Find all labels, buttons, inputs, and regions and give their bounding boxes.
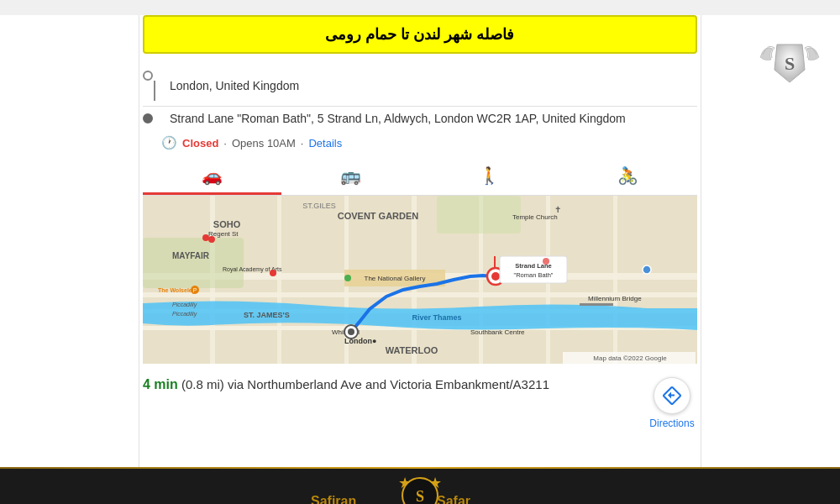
footer-safar: Safar	[437, 494, 470, 504]
svg-rect-15	[437, 196, 521, 234]
closed-label: Closed	[182, 137, 218, 150]
footer-safiran: Safiran	[311, 494, 356, 504]
main-container: S فاصله شهر لندن تا حمام رومی London, Un…	[0, 15, 840, 504]
svg-point-40	[348, 328, 354, 335]
svg-text:SOHO: SOHO	[213, 219, 241, 229]
svg-point-43	[491, 272, 500, 281]
dotted-connector2	[154, 91, 155, 101]
location-area: London, United Kingdom Strand Lane "Roma…	[143, 66, 697, 130]
svg-text:The Wolseley: The Wolseley	[158, 287, 196, 294]
svg-text:London●: London●	[344, 337, 376, 345]
directions-button[interactable]: Directions	[647, 377, 697, 429]
tab-transit[interactable]: 🚌	[281, 159, 420, 195]
origin-text: London, United Kingdom	[170, 79, 697, 92]
route-info: 4 min (0.8 mi) via Northumberland Ave an…	[143, 377, 549, 392]
route-description: (0.8 mi) via Northumberland Ave and Vict…	[178, 377, 549, 391]
tab-bike[interactable]: 🚴	[559, 159, 697, 195]
svg-text:MAYFAIR: MAYFAIR	[172, 251, 210, 260]
destination-dot	[143, 113, 153, 123]
svg-text:Piccadilly: Piccadilly	[172, 302, 197, 308]
svg-text:P: P	[193, 287, 197, 293]
svg-text:WATERLOO: WATERLOO	[386, 345, 438, 355]
svg-text:Temple Church: Temple Church	[512, 213, 558, 221]
side-line-right	[701, 15, 701, 467]
footer-bar: ★ ★ ★ Safiran S Safar	[0, 467, 840, 504]
transport-tabs: 🚗 🚌 🚶 🚴	[143, 159, 697, 196]
origin-row: London, United Kingdom	[143, 66, 697, 107]
svg-point-50	[543, 258, 549, 265]
status-row: 🕐 Closed · Opens 10AM · Details	[161, 135, 697, 150]
footer-border	[0, 467, 840, 469]
svg-text:The National Gallery: The National Gallery	[365, 275, 426, 282]
svg-rect-38	[580, 303, 613, 306]
tab-walk[interactable]: 🚶	[420, 159, 559, 195]
svg-text:River Thames: River Thames	[412, 313, 461, 322]
map-svg: River Thames SOHO COVENT GARDEN ST.GILES…	[143, 196, 697, 364]
brand-logo: S	[756, 28, 823, 95]
svg-text:COVENT GARDEN: COVENT GARDEN	[338, 211, 419, 221]
svg-text:Piccadilly: Piccadilly	[172, 311, 197, 318]
map-area: River Thames SOHO COVENT GARDEN ST.GILES…	[143, 196, 697, 364]
directions-btn-icon	[654, 377, 690, 414]
dotted-connector	[154, 81, 155, 91]
directions-row: 4 min (0.8 mi) via Northumberland Ave an…	[143, 377, 697, 429]
opens-text: Opens 10AM	[232, 137, 296, 150]
side-line-left	[139, 15, 139, 467]
details-link[interactable]: Details	[308, 137, 342, 150]
destination-row: Strand Lane "Roman Bath", 5 Strand Ln, A…	[143, 107, 697, 130]
sep2: ·	[301, 137, 304, 150]
svg-text:ST.GILES: ST.GILES	[302, 202, 336, 210]
svg-point-49	[270, 270, 276, 276]
svg-rect-14	[143, 238, 244, 288]
svg-text:Southbank Centre: Southbank Centre	[470, 328, 525, 336]
travel-time: 4 min	[143, 377, 178, 391]
banner-text: فاصله شهر لندن تا حمام رومی	[325, 26, 514, 43]
svg-text:S: S	[416, 488, 424, 504]
svg-point-29	[344, 275, 351, 281]
tab-drive[interactable]: 🚗	[143, 159, 281, 195]
directions-label: Directions	[649, 417, 694, 429]
svg-rect-12	[613, 196, 617, 364]
directions-arrow-icon	[662, 386, 682, 406]
svg-text:Millennium Bridge: Millennium Bridge	[588, 295, 642, 302]
svg-rect-44	[494, 256, 496, 268]
svg-rect-7	[277, 196, 281, 364]
svg-text:✝: ✝	[554, 205, 561, 214]
svg-text:S: S	[785, 53, 795, 74]
svg-text:"Roman Bath": "Roman Bath"	[513, 271, 553, 279]
svg-text:ST. JAMES'S: ST. JAMES'S	[244, 311, 290, 319]
svg-point-51	[643, 265, 651, 274]
separator-dot: ·	[223, 137, 227, 150]
clock-icon: 🕐	[161, 135, 177, 150]
origin-dot	[143, 71, 153, 81]
footer-s-logo: S	[407, 483, 433, 504]
svg-rect-45	[500, 256, 567, 283]
yellow-banner: فاصله شهر لندن تا حمام رومی	[143, 15, 697, 54]
destination-text: Strand Lane "Roman Bath", 5 Strand Ln, A…	[170, 112, 697, 125]
svg-point-48	[208, 236, 215, 243]
svg-text:Map data ©2022 Google: Map data ©2022 Google	[593, 354, 667, 362]
